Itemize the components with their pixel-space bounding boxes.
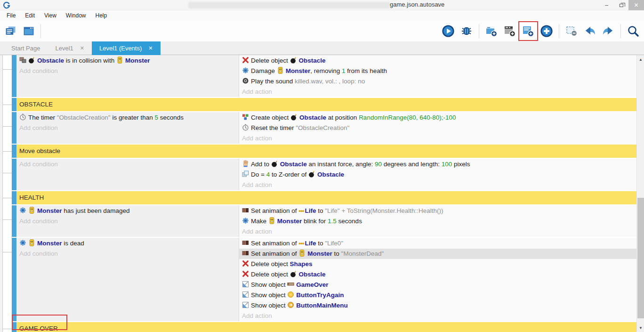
action-line[interactable]: Show object ButtonMainMenu: [239, 300, 636, 311]
action-line[interactable]: Create object Obstacle at position Rando…: [239, 113, 636, 123]
group-header[interactable]: Move obstacle: [16, 145, 636, 158]
action-line[interactable]: Set animation of •••Life to "Life" + ToS…: [239, 206, 636, 216]
delete-icon: [242, 260, 249, 267]
event-selection-bar[interactable]: [12, 238, 16, 321]
toolbar-separator: [620, 24, 621, 38]
menu-edit[interactable]: Edit: [20, 10, 40, 21]
event-row: Add conditionAdd to Obstacle an instant …: [12, 159, 636, 190]
event-selection-bar[interactable]: [12, 112, 16, 144]
add-subevent-button[interactable]: [485, 25, 498, 37]
text-segment: Obstacle: [299, 271, 326, 278]
search-button[interactable]: [627, 25, 639, 37]
action-line[interactable]: Make Monster blink for 1.5 seconds: [239, 216, 636, 227]
action-line[interactable]: Delete object Shapes: [239, 259, 636, 269]
add-comment-button[interactable]: [504, 25, 516, 37]
add-action-button[interactable]: Add action: [239, 133, 636, 144]
action-line[interactable]: Set animation of Monster to "MonsterDead…: [239, 249, 636, 259]
monster-icon: [116, 57, 123, 64]
delete-icon: [242, 57, 249, 64]
action-line[interactable]: Play the sound killed.wav, vol.: , loop:…: [239, 76, 636, 87]
text-segment: blink for: [302, 218, 328, 225]
event-selection-bar[interactable]: [12, 205, 16, 237]
action-line[interactable]: Delete object Obstacle: [239, 56, 636, 66]
blink-icon: [242, 67, 249, 74]
text-segment: an instant force, angle:: [307, 161, 375, 168]
tab-level1-events-[interactable]: Level1 (Events)✕: [92, 41, 161, 55]
action-line[interactable]: Set animation of •••Life to "Life0": [239, 238, 636, 249]
collision-icon: [19, 57, 26, 64]
text-segment: Damage: [251, 67, 277, 74]
text-segment: 1.5: [328, 218, 337, 225]
redo-button[interactable]: [602, 25, 614, 37]
close-button[interactable]: ✕: [628, 0, 644, 10]
event-row: Obstacle is in collision with MonsterAdd…: [12, 55, 636, 97]
condition-line[interactable]: The timer "ObstacleCreation" is greater …: [16, 113, 239, 123]
monster-icon: [268, 217, 275, 224]
debug-button[interactable]: [460, 25, 473, 37]
group-header[interactable]: GAME OVER: [16, 322, 636, 332]
tab-close-icon[interactable]: ✕: [80, 45, 84, 51]
project-manager-button[interactable]: [5, 25, 17, 37]
action-line[interactable]: Reset the timer "ObstacleCreation": [239, 123, 636, 133]
condition-line[interactable]: Monster is dead: [16, 238, 239, 249]
add-condition-button[interactable]: Add condition: [16, 66, 239, 76]
scene-editor-button[interactable]: [23, 25, 35, 37]
menu-file[interactable]: File: [2, 10, 20, 21]
group-header[interactable]: OBSTACLE: [16, 98, 636, 111]
scroll-up-icon[interactable]: ▲: [637, 56, 644, 63]
add-condition-button[interactable]: Add condition: [16, 216, 239, 227]
monster-icon: [28, 239, 35, 246]
menu-view[interactable]: View: [40, 10, 61, 21]
text-segment: Monster: [125, 57, 150, 64]
scroll-down-icon[interactable]: ▼: [637, 324, 644, 331]
action-line[interactable]: Do = 4 to Z-order of Obstacle: [239, 170, 636, 180]
add-other-event-button[interactable]: [540, 25, 553, 37]
play-button[interactable]: [442, 25, 454, 37]
tab-close-icon[interactable]: ✕: [148, 45, 153, 51]
tab-label: Level1: [55, 45, 73, 52]
condition-line[interactable]: Obstacle is in collision with Monster: [16, 56, 239, 66]
add-action-button[interactable]: Add action: [239, 311, 636, 321]
text-segment: Delete object: [251, 260, 290, 267]
add-condition-button[interactable]: Add condition: [16, 249, 239, 259]
group-header[interactable]: HEALTH: [16, 191, 636, 204]
menu-help[interactable]: Help: [91, 10, 112, 21]
action-line[interactable]: Delete object Obstacle: [239, 269, 636, 280]
action-line[interactable]: Damage Monster, removing 1 from its heal…: [239, 66, 636, 76]
condition-line[interactable]: Monster has just been damaged: [16, 206, 239, 216]
text-segment: ButtonTryAgain: [296, 292, 344, 299]
action-line[interactable]: Show object GameOver: [239, 280, 636, 290]
add-condition-button[interactable]: Add condition: [16, 159, 239, 170]
menu-window[interactable]: Window: [61, 10, 91, 21]
event-selection-bar[interactable]: [12, 159, 16, 190]
toolbar-right: [442, 24, 644, 38]
vertical-scrollbar[interactable]: ▲ ▼: [636, 55, 644, 332]
window-controls: –✕: [599, 0, 644, 10]
text-segment: Monster: [37, 207, 62, 214]
monster-icon: [298, 250, 306, 257]
add-action-button[interactable]: Add action: [239, 227, 636, 237]
tab-level1[interactable]: Level1✕: [48, 41, 92, 55]
delete-event-button[interactable]: [565, 25, 578, 37]
add-action-button[interactable]: Add action: [239, 180, 636, 190]
event-selection-bar[interactable]: [12, 191, 16, 204]
event-selection-bar[interactable]: [12, 322, 16, 332]
text-segment: Set animation of: [251, 240, 298, 247]
event-selection-bar[interactable]: [12, 55, 16, 97]
event-selection-bar[interactable]: [12, 98, 16, 111]
action-line[interactable]: Show object ButtonTryAgain: [239, 290, 636, 300]
minimize-button[interactable]: –: [599, 0, 614, 10]
add-action-button[interactable]: Add action: [239, 87, 636, 97]
add-condition-button[interactable]: Add condition: [16, 123, 239, 133]
text-segment: Obstacle: [299, 114, 326, 121]
action-line[interactable]: Add to Obstacle an instant force, angle:…: [239, 159, 636, 170]
restore-button[interactable]: [614, 0, 628, 10]
undo-button[interactable]: [584, 25, 596, 37]
text-segment: has just been damaged: [62, 207, 130, 214]
event-selection-bar[interactable]: [12, 145, 16, 158]
text-segment: RandomInRange(80, 640-80);-100: [359, 114, 456, 121]
add-event-button[interactable]: [522, 25, 534, 37]
text-segment: to: [332, 250, 341, 257]
tab-start-page[interactable]: Start Page: [4, 41, 48, 55]
scrollbar-thumb[interactable]: [637, 198, 644, 318]
